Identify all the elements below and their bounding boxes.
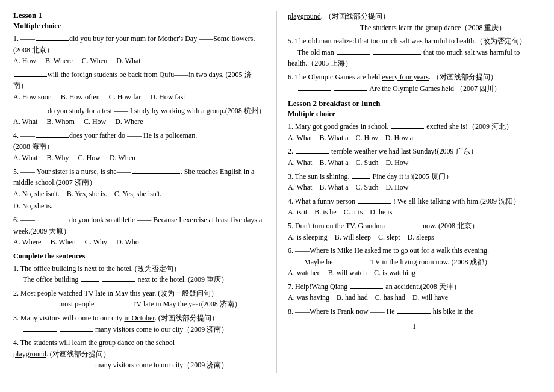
complete-q2: 2. Most people watched TV late in May th…	[13, 288, 266, 310]
l2-q3: 3. The sun is shining. Fine day it is!(2…	[288, 171, 541, 193]
section1-title: Multiple choice	[13, 22, 266, 31]
mc-q4: 4. ——does your father do —— He is a poli…	[13, 130, 266, 164]
left-column: Lesson 1 Multiple choice 1. ——did you bu…	[13, 11, 277, 373]
page-container: Lesson 1 Multiple choice 1. ——did you bu…	[13, 11, 541, 373]
right-column: playground. （对画线部分提问） The students learn…	[277, 11, 541, 373]
l2-q4: 4. What a funny person ! We all like tal…	[288, 196, 541, 218]
mc-q6: 6. ——do you look so athletic —— Because …	[13, 214, 266, 248]
complete-q4: 4. The students will learn the group dan…	[13, 337, 266, 371]
lesson2-title: Lesson 2 breakfast or lunch	[288, 99, 541, 108]
l2-q8: 8. ——Where is Frank now —— He his bike i…	[288, 306, 541, 317]
lesson1-title: Lesson 1	[13, 11, 266, 20]
lesson2-mc-title: Multiple choice	[288, 110, 541, 119]
mc-q2: will the foreign students be back from Q…	[13, 69, 266, 103]
mc-q1: 1. ——did you buy for your mum for Mother…	[13, 33, 266, 67]
complete-q1: 1. The office building is next to the ho…	[13, 263, 266, 285]
l2-q6: 6. ——Where is Mike He asked me to go out…	[288, 245, 541, 279]
l2-q7: 7. Help!Wang Qiang an accident.(2008 天津）…	[288, 281, 541, 303]
complete-q6: 6. The Olympic Games are held every four…	[288, 72, 541, 94]
complete-q3: 3. Many visitors will come to our city i…	[13, 313, 266, 335]
section2-title: Complete the sentences	[13, 252, 266, 261]
complete-section: Complete the sentences 1. The office bui…	[13, 252, 266, 371]
l2-q5: 5. Don't turn on the TV. Grandma now. (2…	[288, 220, 541, 243]
right-continuation: playground. （对画线部分提问） The students learn…	[288, 11, 541, 33]
l2-q1: 1. Mary got good grades in school. excit…	[288, 121, 541, 143]
page-number: 1	[288, 322, 541, 331]
complete-q5: 5. The old man realized that too much sa…	[288, 36, 541, 69]
mc-q3: do you study for a test —— I study by wo…	[13, 105, 266, 128]
mc-q5: 5. —— Your sister is a nurse, is she——. …	[13, 166, 266, 212]
l2-q2: 2. terrible weather we had last Sunday!(…	[288, 146, 541, 168]
